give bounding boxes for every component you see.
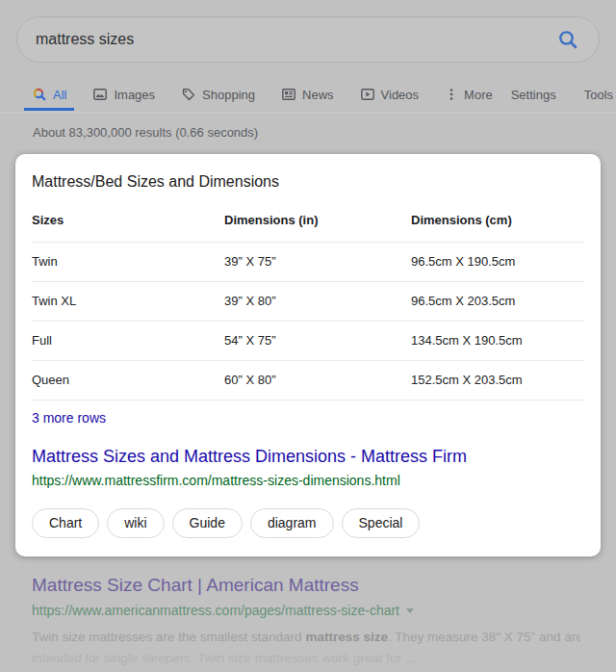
column-header: Dimensions (cm) [411,198,584,242]
more-dots-icon [445,87,458,102]
column-header: Dimensions (in) [224,198,411,242]
tab-label: All [53,88,66,102]
images-icon [92,87,108,102]
table-row: Twin XL 39” X 80” 96.5cm X 203.5cm [32,281,584,321]
snippet-text: Twin size mattresses are the smallest st… [32,630,305,644]
chip-chart[interactable]: Chart [32,508,99,538]
size-cell: Queen [32,360,224,400]
tab-bar: All Images Shopping [24,78,587,111]
search-input[interactable]: mattress sizes [36,31,556,48]
table-row: Full 54” X 75” 134.5cm X 190.5cm [32,321,584,360]
inches-cell: 54” X 75” [224,321,411,360]
search-bar[interactable]: mattress sizes [16,16,600,63]
chip-guide[interactable]: Guide [172,508,243,538]
tab-videos[interactable]: Videos [352,78,427,111]
table-row: Twin 39” X 75” 96.5cm X 190.5cm [32,242,584,281]
tab-more[interactable]: More [437,78,500,111]
tab-label: Images [114,88,155,102]
table-row: Queen 60” X 80” 152.5cm X 203.5cm [32,360,584,400]
tab-label: More [464,88,493,102]
tab-news[interactable]: News [273,78,342,111]
more-rows-link[interactable]: 3 more rows [32,410,106,426]
tab-all[interactable]: All [24,78,74,111]
inches-cell: 39” X 80” [224,281,411,321]
chip-wiki[interactable]: wiki [107,508,164,538]
result-snippet-line2: intended for single sleepers. Twin size … [32,648,580,669]
organic-result: Mattress Size Chart | American Mattress … [32,575,580,669]
snippet-title: Mattress/Bed Sizes and Dimensions [32,173,584,191]
snippet-bold-text: mattress size [305,630,388,644]
result-url: https://www.americanmattress.com/pages/m… [32,603,399,618]
inches-cell: 39” X 75” [224,242,411,281]
column-header: Sizes [32,198,224,242]
google-serp-page: mattress sizes All [0,0,616,672]
size-cell: Full [32,321,224,360]
size-cell: Twin XL [32,281,224,321]
table-header-row: Sizes Dimensions (in) Dimensions (cm) [32,198,584,242]
tabbar-divider [0,112,616,113]
cm-cell: 152.5cm X 203.5cm [411,360,584,400]
videos-icon [360,87,375,102]
tab-label: News [302,88,334,102]
tab-label: Shopping [202,88,255,102]
snippet-text: . They measure 38" X 75" and are [388,630,580,644]
news-icon [281,87,296,102]
result-url-row: https://www.americanmattress.com/pages/m… [32,603,580,618]
search-icon[interactable] [556,28,579,51]
result-options-dropdown-icon[interactable] [406,608,414,613]
result-stats: About 83,300,000 results (0.66 seconds) [33,125,258,140]
size-cell: Twin [32,242,224,281]
result-snippet-line1: Twin size mattresses are the smallest st… [32,627,580,648]
cm-cell: 134.5cm X 190.5cm [411,321,584,360]
result-title-link[interactable]: Mattress Sizes and Mattress Dimensions -… [32,447,584,467]
result-title-link[interactable]: Mattress Size Chart | American Mattress [32,575,580,596]
tab-shopping[interactable]: Shopping [173,78,263,111]
cm-cell: 96.5cm X 190.5cm [411,242,584,281]
tools-button[interactable]: Tools [584,88,613,102]
cm-cell: 96.5cm X 203.5cm [411,281,584,321]
tab-images[interactable]: Images [85,78,163,111]
settings-button[interactable]: Settings [511,88,556,102]
shopping-tag-icon [181,87,196,102]
related-chips: Chart wiki Guide diagram Special [32,508,584,538]
google-search-mini-icon [32,87,47,102]
mattress-sizes-table: Sizes Dimensions (in) Dimensions (cm) Tw… [32,198,584,401]
chip-special[interactable]: Special [342,508,421,538]
tab-label: Videos [381,88,420,102]
chip-diagram[interactable]: diagram [250,508,334,538]
result-url: https://www.mattressfirm.com/mattress-si… [32,473,584,488]
featured-snippet-card: Mattress/Bed Sizes and Dimensions Sizes … [15,154,601,556]
inches-cell: 60” X 80” [224,360,411,400]
